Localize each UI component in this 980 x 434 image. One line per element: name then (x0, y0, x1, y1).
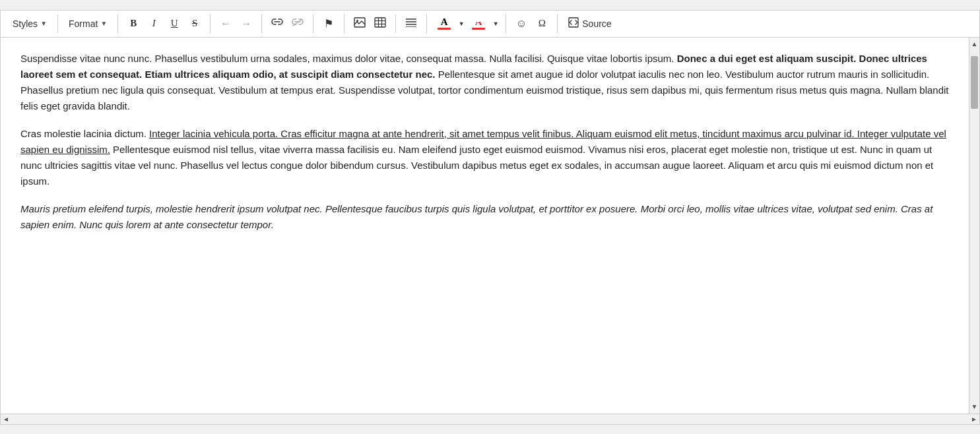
font-color-button[interactable]: A (432, 15, 456, 33)
font-color-arrow-button[interactable]: ▼ (457, 15, 466, 33)
source-button[interactable]: Source (563, 15, 616, 32)
editor-body[interactable]: Suspendisse vitae nunc nunc. Phasellus v… (1, 38, 969, 414)
strikethrough-button[interactable]: S (185, 15, 205, 33)
link-group (267, 15, 308, 33)
sep-6 (344, 15, 344, 33)
align-button[interactable] (401, 15, 421, 33)
strikethrough-icon: S (192, 18, 197, 29)
toolbar: Styles ▼ Format ▼ B I U S (1, 11, 979, 38)
format-dropdown[interactable]: Format ▼ (63, 16, 112, 32)
color-group: A ▼ A ▼ (432, 15, 500, 33)
bg-color-underline (472, 28, 485, 30)
image-icon (354, 17, 366, 30)
source-page-icon (568, 17, 579, 30)
font-color-underline (438, 28, 451, 30)
font-color-arrow-icon: ▼ (459, 20, 465, 27)
sep-7 (395, 15, 396, 33)
font-color-label: A (441, 17, 448, 27)
undo-button[interactable]: ← (216, 15, 236, 33)
format-label: Format (69, 18, 98, 29)
underline-button[interactable]: U (164, 15, 184, 33)
scroll-right-arrow[interactable]: ► (969, 414, 979, 424)
scroll-left-arrow[interactable]: ◄ (1, 414, 11, 424)
para1-normal-start: Suspendisse vitae nunc nunc. Phasellus v… (20, 53, 674, 64)
link-icon (271, 18, 283, 30)
sep-10 (557, 15, 558, 33)
history-group: ← → (216, 15, 256, 33)
para3-italic: Mauris pretium eleifend turpis, molestie… (20, 203, 932, 230)
underline-icon: U (171, 18, 178, 29)
para2-end: Pellentesque euismod nisl tellus, vitae … (20, 144, 933, 187)
paragraph-1: Suspendisse vitae nunc nunc. Phasellus v… (20, 51, 949, 114)
redo-button[interactable]: → (236, 15, 256, 33)
editor-container: Styles ▼ Format ▼ B I U S (0, 10, 980, 425)
bold-icon: B (130, 18, 137, 29)
bg-color-arrow-icon: ▼ (493, 20, 499, 27)
media-group (350, 15, 390, 33)
table-button[interactable] (370, 15, 390, 33)
undo-icon: ← (220, 18, 231, 30)
unlink-icon (292, 18, 304, 30)
styles-label: Styles (13, 18, 38, 29)
redo-icon: → (241, 18, 251, 30)
svg-rect-2 (375, 18, 385, 27)
unlink-button[interactable] (288, 15, 308, 33)
source-label: Source (582, 18, 611, 29)
sep-5 (313, 15, 313, 33)
para2-start: Cras molestie lacinia dictum. (20, 128, 147, 139)
scroll-track[interactable] (969, 49, 979, 402)
bg-color-label: A (475, 17, 482, 27)
scroll-up-arrow[interactable]: ▲ (969, 39, 980, 49)
sep-4 (261, 15, 262, 33)
align-group (401, 15, 421, 33)
paragraph-3: Mauris pretium eleifend turpis, molestie… (20, 201, 949, 233)
italic-button[interactable]: I (144, 15, 164, 33)
special-char-button[interactable]: Ω (532, 15, 552, 33)
format-arrow: ▼ (100, 20, 107, 27)
flag-button[interactable]: ⚑ (319, 15, 339, 33)
link-button[interactable] (267, 15, 287, 33)
svg-rect-11 (569, 18, 578, 27)
text-format-group: B I U S (123, 15, 205, 33)
styles-dropdown[interactable]: Styles ▼ (7, 16, 52, 32)
bg-color-arrow-button[interactable]: ▼ (491, 15, 500, 33)
sep-3 (210, 15, 211, 33)
table-icon (374, 17, 386, 30)
align-icon (405, 18, 417, 29)
scroll-down-arrow[interactable]: ▼ (969, 402, 980, 412)
flag-icon: ⚑ (324, 17, 333, 30)
special-char-icon: Ω (539, 18, 546, 29)
sep-1 (57, 15, 58, 33)
sep-9 (506, 15, 506, 33)
insert-group: ⚑ (319, 15, 339, 33)
sep-2 (117, 15, 118, 33)
bold-button[interactable]: B (123, 15, 143, 33)
styles-arrow: ▼ (40, 20, 47, 27)
vertical-scrollbar[interactable]: ▲ ▼ (969, 38, 979, 414)
bg-color-button[interactable]: A (467, 15, 490, 33)
styles-group: Styles ▼ (7, 16, 52, 32)
italic-icon: I (152, 18, 156, 29)
scroll-thumb[interactable] (971, 56, 978, 109)
sep-8 (426, 15, 427, 33)
svg-point-1 (356, 20, 358, 22)
paragraph-2: Cras molestie lacinia dictum. Integer la… (20, 126, 949, 189)
image-button[interactable] (350, 15, 370, 33)
content-area: Suspendisse vitae nunc nunc. Phasellus v… (1, 38, 979, 414)
horizontal-scrollbar[interactable]: ◄ ► (1, 414, 979, 424)
emoji-button[interactable]: ☺ (511, 15, 531, 33)
scroll-track-horizontal (11, 414, 969, 424)
format-group: Format ▼ (63, 16, 112, 32)
emoji-icon: ☺ (516, 18, 527, 30)
special-group: ☺ Ω (511, 15, 552, 33)
source-group: Source (563, 15, 616, 32)
